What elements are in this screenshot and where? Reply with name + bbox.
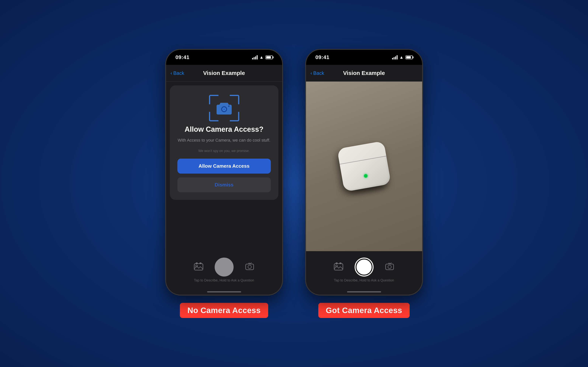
got-access-label: Got Camera Access — [318, 303, 410, 318]
phone-right: 09:41 ▲ ‹ Back Vision Exampl — [306, 49, 423, 318]
home-indicator-left — [166, 289, 282, 295]
flip-camera-icon-left[interactable] — [245, 262, 254, 272]
no-access-label: No Camera Access — [180, 303, 268, 318]
battery-icon-left — [266, 55, 273, 59]
nav-bar-right: ‹ Back Vision Example — [306, 65, 422, 82]
bracket-bottom-right — [230, 112, 239, 121]
flip-camera-icon-right[interactable] — [385, 262, 394, 272]
bracket-top-right — [230, 95, 239, 104]
gallery-icon-right[interactable] — [334, 262, 343, 272]
status-icons-right: ▲ — [392, 55, 413, 60]
status-bar-right: 09:41 ▲ — [306, 50, 422, 65]
svg-rect-14 — [386, 264, 394, 270]
svg-rect-6 — [196, 263, 198, 264]
signal-icon-right — [392, 55, 398, 59]
permission-subtitle: With Access to your Camera, we can do co… — [178, 137, 270, 143]
toolbar-icons-right — [334, 258, 394, 276]
svg-rect-12 — [336, 263, 338, 264]
bottom-toolbar-right: Tap to Describe, Hold to Ask a Question — [306, 251, 422, 289]
permission-note: We won't spy on you, we promise. — [198, 149, 250, 153]
status-time-left: 09:41 — [176, 54, 190, 60]
svg-rect-7 — [200, 263, 201, 264]
toolbar-hint-right: Tap to Describe, Hold to Ask a Question — [334, 278, 394, 282]
camera-icon-wrapper — [209, 95, 239, 121]
phone-content-right: Tap to Describe, Hold to Ask a Question — [306, 82, 422, 295]
nav-bar-left: ‹ Back Vision Example — [166, 65, 282, 82]
toolbar-icons-left — [194, 258, 254, 276]
chevron-left-icon: ‹ — [171, 70, 172, 76]
nav-title-left: Vision Example — [203, 70, 245, 76]
signal-icon-left — [252, 55, 258, 59]
bottom-toolbar-left: Tap to Describe, Hold to Ask a Question — [166, 251, 282, 289]
phone-device-right: 09:41 ▲ ‹ Back Vision Exampl — [306, 49, 423, 295]
phone-device-left: 09:41 ▲ ‹ Back Vision Exampl — [165, 49, 283, 295]
wifi-icon-left: ▲ — [259, 55, 264, 60]
svg-point-3 — [228, 105, 230, 107]
svg-rect-10 — [334, 264, 343, 270]
permission-title: Allow Camera Access? — [185, 125, 264, 134]
gallery-icon-left[interactable] — [194, 262, 203, 272]
phone-left: 09:41 ▲ ‹ Back Vision Exampl — [165, 49, 283, 318]
battery-icon-right — [405, 55, 413, 59]
camera-view — [306, 82, 422, 251]
status-icons-left: ▲ — [252, 55, 273, 60]
capture-button-left[interactable] — [215, 258, 234, 276]
allow-camera-button[interactable]: Allow Camera Access — [177, 158, 271, 174]
dynamic-island-right — [346, 54, 375, 61]
svg-point-15 — [388, 265, 391, 269]
chevron-left-icon-right: ‹ — [311, 70, 312, 76]
svg-rect-4 — [194, 264, 203, 270]
back-label-left: Back — [173, 70, 184, 76]
phone-content-left: Allow Camera Access? With Access to your… — [166, 82, 282, 295]
svg-point-2 — [223, 108, 225, 110]
back-button-left[interactable]: ‹ Back — [171, 70, 184, 76]
dynamic-island-left — [207, 54, 235, 61]
camera-access-screen: Allow Camera Access? With Access to your… — [166, 82, 282, 251]
dismiss-button[interactable]: Dismiss — [177, 177, 271, 192]
capture-button-right[interactable] — [354, 258, 373, 276]
svg-rect-8 — [246, 264, 254, 270]
permission-card: Allow Camera Access? With Access to your… — [170, 85, 278, 200]
svg-point-9 — [248, 265, 251, 269]
toolbar-hint-left: Tap to Describe, Hold to Ask a Question — [194, 278, 254, 282]
home-indicator-right — [306, 289, 422, 295]
nav-title-right: Vision Example — [343, 70, 385, 76]
airpods-scene — [306, 82, 422, 251]
wifi-icon-right: ▲ — [399, 55, 404, 60]
svg-rect-13 — [339, 263, 341, 264]
bracket-top-left — [209, 95, 218, 104]
status-time-right: 09:41 — [315, 54, 330, 60]
status-bar-left: 09:41 ▲ — [166, 50, 282, 65]
back-label-right: Back — [313, 70, 324, 76]
bracket-bottom-left — [209, 112, 218, 121]
back-button-right[interactable]: ‹ Back — [311, 70, 324, 76]
